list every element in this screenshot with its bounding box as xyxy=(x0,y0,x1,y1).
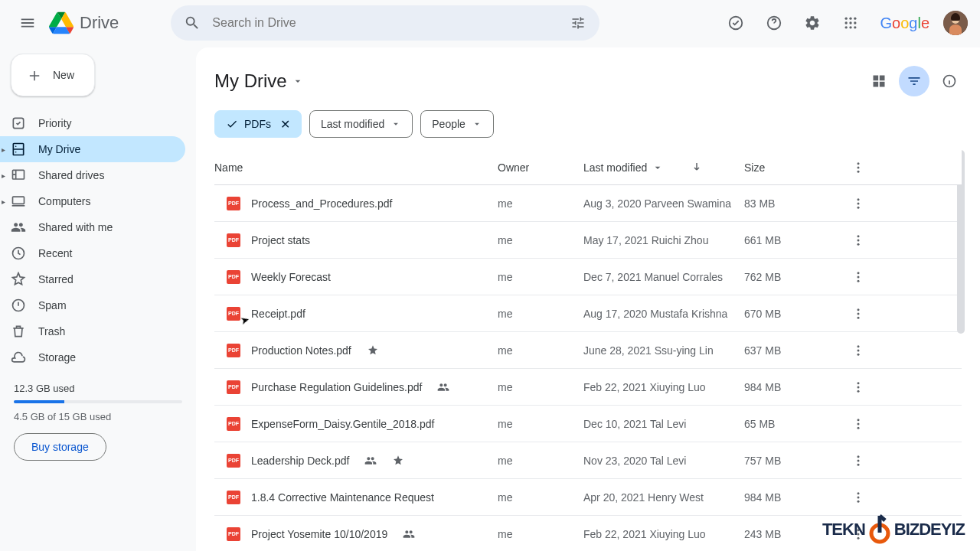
main-header: My Drive xyxy=(214,66,965,96)
row-menu-button[interactable] xyxy=(851,417,882,431)
col-owner[interactable]: Owner xyxy=(498,161,583,174)
row-menu-button[interactable] xyxy=(851,344,882,357)
file-modified: Aug 17, 2020 Mustafa Krishna xyxy=(583,308,744,320)
help-icon[interactable] xyxy=(759,8,789,38)
svg-point-3 xyxy=(850,18,852,20)
row-menu-button[interactable] xyxy=(851,491,882,504)
table-row[interactable]: PDFProduction Notes.pdfmeJune 28, 2021 S… xyxy=(214,332,962,369)
more-vert-icon xyxy=(851,161,865,174)
table-row[interactable]: PDFLeadership Deck.pdfmeNov 23, 2020 Tal… xyxy=(214,442,962,479)
file-name: Process_and_Procedures.pdf xyxy=(251,197,392,210)
file-size: 65 MB xyxy=(744,418,851,430)
plus-icon: ＋ xyxy=(25,63,44,87)
row-menu-button[interactable] xyxy=(851,270,882,284)
row-menu-button[interactable] xyxy=(851,380,882,394)
shared-icon xyxy=(403,528,415,540)
table-row[interactable]: PDFReceipt.pdfmeAug 17, 2020 Mustafa Kri… xyxy=(214,295,962,332)
shared-icon xyxy=(437,381,449,393)
file-name-cell: PDFLeadership Deck.pdf xyxy=(214,454,498,468)
chip-close-icon[interactable]: ✕ xyxy=(280,117,290,132)
svg-point-49 xyxy=(858,496,860,498)
google-logo[interactable]: Google xyxy=(880,15,929,32)
table-row[interactable]: PDFProcess_and_Procedures.pdfmeAug 3, 20… xyxy=(214,185,962,222)
search-icon[interactable] xyxy=(178,9,206,37)
sidebar-item-storage[interactable]: Storage xyxy=(0,344,185,370)
file-owner: me xyxy=(498,271,583,283)
file-name-cell: PDFProcess_and_Procedures.pdf xyxy=(214,197,498,210)
header-actions: Google xyxy=(720,8,968,38)
svg-point-8 xyxy=(845,26,848,28)
col-name[interactable]: Name xyxy=(214,161,498,174)
search-input[interactable] xyxy=(206,16,564,30)
sidebar-item-recent[interactable]: Recent xyxy=(0,240,185,266)
grid-view-button[interactable] xyxy=(864,66,894,96)
row-menu-button[interactable] xyxy=(851,197,882,210)
svg-point-29 xyxy=(858,243,860,245)
table-row[interactable]: PDFWeekly ForecastmeDec 7, 2021 Manuel C… xyxy=(214,259,962,295)
file-owner: me xyxy=(498,418,583,430)
search-options-button[interactable] xyxy=(564,9,592,37)
svg-point-48 xyxy=(858,492,860,494)
sidebar-item-shared-with-me[interactable]: Shared with me xyxy=(0,214,185,240)
col-size[interactable]: Size xyxy=(744,161,851,174)
file-modified: Aug 3, 2020 Parveen Swamina xyxy=(583,197,744,210)
file-modified: Nov 23, 2020 Tal Levi xyxy=(583,455,744,467)
ready-offline-icon[interactable] xyxy=(720,8,751,38)
apps-icon[interactable] xyxy=(835,8,866,38)
row-menu-button[interactable] xyxy=(851,307,882,321)
file-size: 83 MB xyxy=(744,197,851,210)
main-menu-button[interactable] xyxy=(12,8,43,38)
table-row[interactable]: PDFPurchase Regulation Guidelines.pdfmeF… xyxy=(214,369,962,406)
col-menu[interactable] xyxy=(851,161,882,174)
svg-point-25 xyxy=(858,202,860,204)
file-name-cell: PDFPurchase Regulation Guidelines.pdf xyxy=(214,380,498,394)
row-menu-button[interactable] xyxy=(851,454,882,468)
file-owner: me xyxy=(498,455,583,467)
sidebar-item-computers[interactable]: Computers xyxy=(0,188,185,214)
storage-detail: 4.5 GB of 15 GB used xyxy=(14,411,182,422)
file-name-cell: PDF1.8.4 Corrective Maintenance Request xyxy=(214,491,498,504)
priority-icon xyxy=(11,116,26,131)
drive-icon xyxy=(49,11,74,35)
sidebar-item-my-drive[interactable]: My Drive xyxy=(0,136,185,162)
chip-last-modified[interactable]: Last modified xyxy=(309,110,413,138)
search-bar[interactable] xyxy=(171,5,599,41)
new-button[interactable]: ＋ New xyxy=(11,54,95,96)
filter-button-active[interactable] xyxy=(899,66,929,96)
dropdown-caret-icon xyxy=(652,161,664,174)
svg-point-28 xyxy=(858,239,860,241)
row-menu-button[interactable] xyxy=(851,233,882,247)
file-size: 757 MB xyxy=(744,455,851,467)
sidebar-item-starred[interactable]: Starred xyxy=(0,266,185,292)
table-row[interactable]: PDFProject statsmeMay 17, 2021 Ruichi Zh… xyxy=(214,222,962,259)
settings-icon[interactable] xyxy=(797,8,828,38)
filter-chips: PDFs ✕ Last modified People xyxy=(214,110,965,138)
svg-point-31 xyxy=(858,276,860,278)
sidebar-item-spam[interactable]: Spam xyxy=(0,292,185,318)
table-row[interactable]: PDF1.8.4 Corrective Maintenance Requestm… xyxy=(214,479,962,516)
file-name-cell: PDFWeekly Forecast xyxy=(214,270,498,284)
account-avatar[interactable] xyxy=(943,11,968,35)
file-size: 762 MB xyxy=(744,271,851,283)
file-name: Project stats xyxy=(251,234,310,246)
svg-point-45 xyxy=(858,455,860,458)
file-owner: me xyxy=(498,197,583,210)
sidebar-item-priority[interactable]: Priority xyxy=(0,110,185,136)
col-last-modified[interactable]: Last modified xyxy=(583,161,744,174)
buy-storage-button[interactable]: Buy storage xyxy=(14,433,106,461)
sidebar-item-trash[interactable]: Trash xyxy=(0,318,185,344)
sidebar-item-shared-drives[interactable]: Shared drives xyxy=(0,162,185,188)
chip-people[interactable]: People xyxy=(420,110,494,138)
svg-point-23 xyxy=(858,170,860,172)
computers-icon xyxy=(11,194,26,209)
storage-bar xyxy=(14,400,182,403)
details-button[interactable] xyxy=(934,66,965,96)
drive-logo[interactable]: Drive xyxy=(49,11,119,35)
page-title[interactable]: My Drive xyxy=(214,70,304,92)
file-modified: June 28, 2021 Ssu-ying Lin xyxy=(583,344,744,357)
file-size: 984 MB xyxy=(744,381,851,393)
table-row[interactable]: PDFExpenseForm_Daisy.Gentile_2018.pdfmeD… xyxy=(214,406,962,442)
chip-pdfs[interactable]: PDFs ✕ xyxy=(214,110,302,138)
file-modified: Dec 10, 2021 Tal Levi xyxy=(583,418,744,430)
svg-point-27 xyxy=(858,235,860,237)
